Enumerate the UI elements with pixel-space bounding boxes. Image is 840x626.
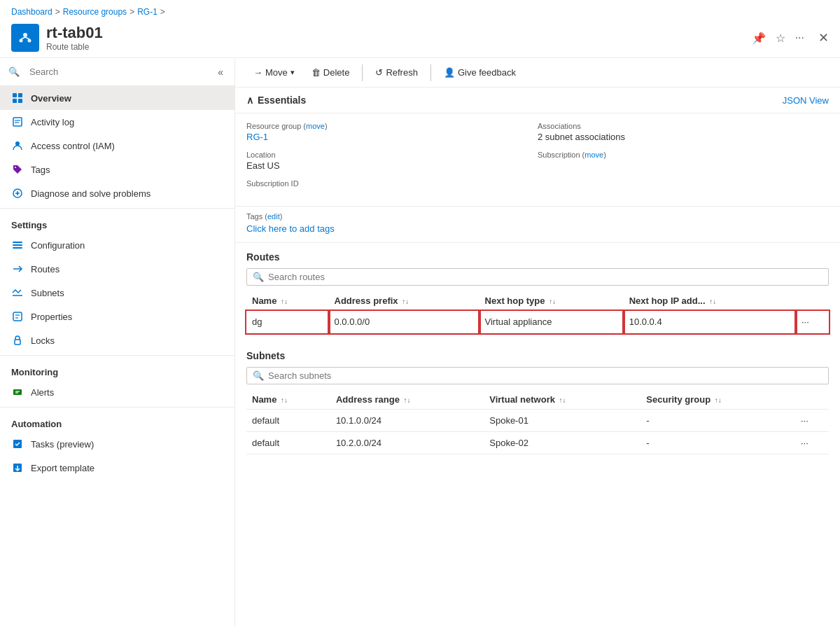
routes-col-prefix: Address prefix ↑↓ — [329, 291, 479, 311]
sidebar-item-activity-log[interactable]: Activity log — [0, 110, 234, 134]
sidebar-item-properties[interactable]: Properties — [0, 305, 234, 328]
subnet-name-1: default — [246, 410, 330, 432]
table-row[interactable]: dg 0.0.0.0/0 Virtual appliance 10.0.0.4 … — [246, 311, 829, 333]
move-chevron-icon: ▾ — [290, 68, 295, 77]
breadcrumb-rg1[interactable]: RG-1 — [137, 7, 158, 17]
svg-point-3 — [28, 39, 31, 43]
subnets-search-input[interactable] — [268, 370, 822, 381]
subnet-sg-2: - — [640, 432, 795, 454]
sidebar-item-configuration[interactable]: Configuration — [0, 233, 234, 257]
export-template-icon — [11, 461, 24, 474]
subscription-move-link[interactable]: move — [584, 151, 603, 159]
sidebar: 🔍 « Overview Activity log — [0, 58, 235, 626]
sidebar-item-tags[interactable]: Tags — [0, 158, 234, 181]
breadcrumb: Dashboard > Resource groups > RG-1 > — [0, 0, 840, 21]
sidebar-label-routes: Routes — [31, 264, 59, 274]
sidebar-item-access-control[interactable]: Access control (IAM) — [0, 134, 234, 158]
delete-button[interactable]: 🗑 Delete — [304, 64, 357, 81]
resource-subtitle: Route table — [46, 42, 752, 52]
routes-col-hop-ip: Next hop IP add... ↑↓ — [624, 291, 796, 311]
svg-rect-10 — [13, 118, 22, 126]
routes-search-input[interactable] — [268, 272, 822, 282]
sidebar-item-locks[interactable]: Locks — [0, 328, 234, 352]
resource-group-move-link[interactable]: move — [306, 122, 325, 130]
sort-icon-hop-type[interactable]: ↑↓ — [549, 298, 556, 305]
sidebar-item-routes[interactable]: Routes — [0, 257, 234, 281]
monitoring-section-label: Monitoring — [0, 359, 234, 380]
tags-edit-link[interactable]: edit — [267, 212, 280, 221]
breadcrumb-dashboard[interactable]: Dashboard — [11, 7, 52, 17]
star-icon[interactable]: ☆ — [776, 32, 785, 45]
sort-icon-prefix[interactable]: ↑↓ — [402, 298, 409, 305]
close-button[interactable]: ✕ — [818, 30, 829, 46]
svg-rect-0 — [17, 29, 34, 46]
subnet-more-1[interactable]: ··· — [795, 410, 829, 432]
sidebar-item-export-template[interactable]: Export template — [0, 456, 234, 480]
essentials-associations: Associations 2 subnet associations — [538, 122, 829, 142]
sort-icon-hop-ip[interactable]: ↑↓ — [709, 298, 716, 305]
route-more-btn[interactable]: ··· — [796, 311, 829, 333]
toolbar-divider — [362, 64, 363, 81]
more-icon[interactable]: ··· — [795, 32, 804, 45]
alerts-icon — [11, 386, 24, 398]
properties-icon — [11, 310, 24, 323]
route-hop-ip: 10.0.0.4 — [624, 311, 796, 333]
subnet-vnet-2: Spoke-02 — [484, 432, 640, 454]
resource-title-block: rt-tab01 Route table — [46, 24, 752, 52]
sort-icon-subnet-name[interactable]: ↑↓ — [281, 396, 288, 404]
svg-rect-9 — [18, 99, 22, 103]
sidebar-label-export-template: Export template — [31, 463, 94, 473]
sort-icon-name[interactable]: ↑↓ — [281, 298, 288, 305]
configuration-icon — [11, 239, 24, 251]
routes-search-icon: 🔍 — [253, 272, 264, 282]
json-view-link[interactable]: JSON View — [783, 95, 829, 106]
pin-icon[interactable]: 📌 — [752, 32, 766, 45]
resource-icon — [11, 24, 39, 52]
feedback-button[interactable]: 👤 Give feedback — [437, 64, 523, 81]
sidebar-item-tasks[interactable]: Tasks (preview) — [0, 432, 234, 456]
main-layout: 🔍 « Overview Activity log — [0, 58, 840, 626]
routes-icon — [11, 263, 24, 275]
search-icon: 🔍 — [8, 67, 20, 77]
routes-col-hop-type: Next hop type ↑↓ — [479, 291, 624, 311]
refresh-button[interactable]: ↺ Refresh — [368, 64, 425, 81]
toolbar: → Move ▾ 🗑 Delete ↺ Refresh 👤 Give feedb… — [235, 58, 840, 88]
routes-col-actions — [796, 291, 829, 311]
page-title: rt-tab01 — [46, 24, 752, 42]
search-input[interactable] — [24, 64, 211, 80]
sort-icon-sg[interactable]: ↑↓ — [715, 396, 722, 404]
sidebar-item-overview[interactable]: Overview — [0, 86, 234, 110]
sidebar-item-subnets[interactable]: Subnets — [0, 281, 234, 305]
sort-icon-vnet[interactable]: ↑↓ — [559, 396, 566, 404]
sidebar-label-diagnose: Diagnose and solve problems — [31, 188, 150, 199]
activity-log-icon — [11, 116, 24, 128]
routes-section: Routes 🔍 Name ↑↓ Address prefix ↑↓ Next … — [235, 243, 840, 342]
sidebar-label-iam: Access control (IAM) — [31, 141, 115, 151]
sidebar-label-tasks: Tasks (preview) — [31, 439, 94, 450]
route-hop-type: Virtual appliance — [479, 311, 624, 333]
essentials-header: ∧ Essentials JSON View — [235, 88, 840, 113]
subnets-title: Subnets — [246, 350, 829, 361]
routes-col-name: Name ↑↓ — [246, 291, 329, 311]
breadcrumb-resource-groups[interactable]: Resource groups — [63, 7, 127, 17]
svg-rect-20 — [13, 312, 22, 321]
rg1-link[interactable]: RG-1 — [246, 132, 268, 142]
subnet-more-2[interactable]: ··· — [795, 432, 829, 454]
move-button[interactable]: → Move ▾ — [246, 64, 302, 81]
table-row[interactable]: default 10.1.0.0/24 Spoke-01 - ··· — [246, 410, 829, 432]
add-tags-link[interactable]: Click here to add tags — [246, 223, 335, 234]
subnets-col-vnet: Virtual network ↑↓ — [484, 390, 640, 410]
sidebar-item-alerts[interactable]: Alerts — [0, 380, 234, 404]
table-row[interactable]: default 10.2.0.0/24 Spoke-02 - ··· — [246, 432, 829, 454]
collapse-button[interactable]: « — [215, 65, 226, 79]
sidebar-label-locks: Locks — [31, 335, 55, 346]
svg-rect-23 — [15, 340, 20, 345]
subnets-col-actions — [795, 390, 829, 410]
sidebar-label-configuration: Configuration — [31, 240, 85, 251]
move-label: Move — [265, 67, 288, 78]
essentials-chevron-icon: ∧ — [246, 95, 253, 106]
sidebar-item-diagnose[interactable]: Diagnose and solve problems — [0, 181, 234, 205]
essentials-title-text: Essentials — [258, 95, 306, 106]
content-area: → Move ▾ 🗑 Delete ↺ Refresh 👤 Give feedb… — [235, 58, 840, 626]
sort-icon-range[interactable]: ↑↓ — [404, 396, 411, 404]
